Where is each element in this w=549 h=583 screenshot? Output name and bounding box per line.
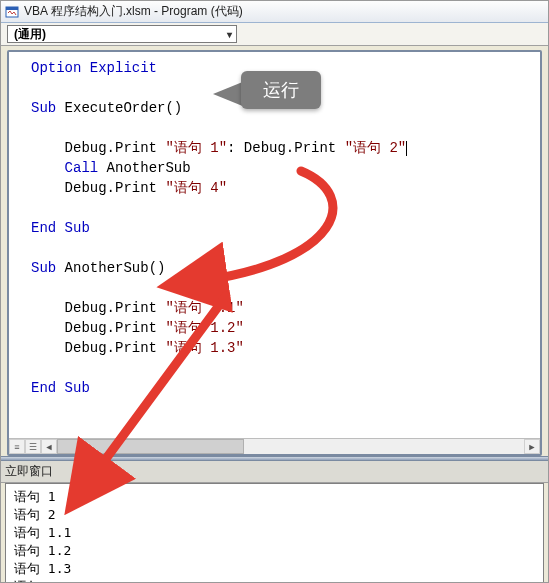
window-icon	[5, 5, 19, 19]
kw-sub: Sub	[31, 100, 56, 116]
object-dropdown[interactable]: (通用)	[7, 25, 237, 43]
output-line: 语句 4	[14, 579, 56, 583]
code-pane: Option Explicit Sub ExecuteOrder() Debug…	[7, 50, 542, 456]
kw-call: Call	[65, 160, 99, 176]
output-line: 语句 1.3	[14, 561, 71, 576]
code-text: Debug.Print	[31, 320, 165, 336]
svg-rect-1	[6, 7, 18, 10]
code-text: Debug.Print	[31, 300, 165, 316]
scroll-thumb[interactable]	[57, 439, 244, 454]
str-13: "语句 1.3"	[165, 340, 243, 356]
text-caret	[406, 141, 407, 156]
sub-name-2: AnotherSub()	[56, 260, 165, 276]
view-procedure-button[interactable]: ☰	[25, 439, 41, 454]
code-text: Debug.Print	[31, 180, 165, 196]
str-11: "语句 1.1"	[165, 300, 243, 316]
horizontal-scrollbar[interactable]: ≡ ☰ ◄ ►	[9, 438, 540, 454]
scroll-left-button[interactable]: ◄	[41, 439, 57, 454]
run-callout: 运行	[241, 71, 321, 109]
window-title: VBA 程序结构入门.xlsm - Program (代码)	[24, 3, 243, 20]
immediate-window[interactable]: 语句 1 语句 2 语句 1.1 语句 1.2 语句 1.3 语句 4	[5, 483, 544, 583]
kw-option: Option Explicit	[31, 60, 157, 76]
code-text: AnotherSub	[98, 160, 190, 176]
output-line: 语句 2	[14, 507, 56, 522]
kw-sub-2: Sub	[31, 260, 56, 276]
object-dropdown-value: (通用)	[14, 26, 46, 43]
str-1: "语句 1"	[165, 140, 227, 156]
code-text: : Debug.Print	[227, 140, 345, 156]
scroll-track[interactable]	[57, 439, 524, 454]
titlebar: VBA 程序结构入门.xlsm - Program (代码)	[1, 1, 548, 23]
code-editor[interactable]: Option Explicit Sub ExecuteOrder() Debug…	[9, 52, 540, 438]
output-line: 语句 1.2	[14, 543, 71, 558]
str-4: "语句 4"	[165, 180, 227, 196]
callout-label: 运行	[263, 80, 299, 100]
code-text	[31, 160, 65, 176]
kw-end-sub: End Sub	[31, 220, 90, 236]
view-full-module-button[interactable]: ≡	[9, 439, 25, 454]
kw-end-sub-2: End Sub	[31, 380, 90, 396]
scroll-right-button[interactable]: ►	[524, 439, 540, 454]
immediate-title: 立即窗口	[1, 461, 548, 483]
str-2: "语句 2"	[345, 140, 407, 156]
dropdown-bar: (通用)	[1, 23, 548, 46]
code-text: Debug.Print	[31, 340, 165, 356]
output-line: 语句 1	[14, 489, 56, 504]
output-line: 语句 1.1	[14, 525, 71, 540]
str-12: "语句 1.2"	[165, 320, 243, 336]
sub-name-1: ExecuteOrder()	[56, 100, 182, 116]
code-text: Debug.Print	[31, 140, 165, 156]
